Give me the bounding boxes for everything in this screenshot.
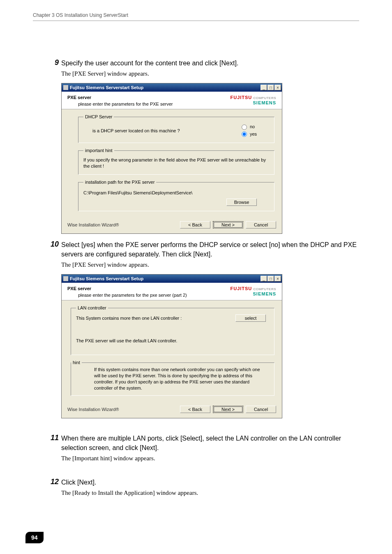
dhcp-question: is a DHCP server located on this machine…: [92, 128, 180, 133]
dhcp-server-group: DHCP Server is a DHCP server located on …: [78, 114, 274, 143]
step-11: 11 When there are multiple LAN ports, cl…: [61, 434, 359, 462]
screenshot-1: Fujitsu Siemens Serverstart Setup _ □ × …: [61, 83, 282, 234]
step-sub-12: The [Ready to Install the Application] w…: [61, 489, 359, 496]
screenshot-2: Fujitsu Siemens Serverstart Setup _ □ × …: [61, 274, 282, 418]
app-icon: [63, 276, 68, 281]
step-title-12: Click [Next].: [61, 478, 359, 487]
window-header: PXE server please enter the parameters f…: [62, 92, 282, 109]
back-button[interactable]: < Back: [180, 406, 210, 413]
app-icon: [63, 85, 68, 90]
important-hint-group: important hint If you specify the wrong …: [78, 148, 274, 175]
close-button[interactable]: ×: [274, 85, 281, 90]
step-title-9: Specify the user account for the content…: [61, 58, 359, 68]
step-number-10: 10: [43, 240, 59, 249]
next-button[interactable]: Next >: [213, 406, 243, 413]
cancel-button[interactable]: Cancel: [246, 406, 276, 413]
step-number-11: 11: [43, 434, 59, 442]
page-number: 94: [25, 532, 44, 543]
brand-logo: FUJITSU COMPUTERS SIEMENS: [230, 95, 276, 105]
step-title-10: Select [yes] when the PXE server perform…: [61, 240, 359, 259]
step-9: 9 Specify the user account for the conte…: [61, 58, 359, 234]
header-rule: [33, 21, 359, 21]
chapter-header: Chapter 3 OS Installation Using ServerSt…: [33, 12, 128, 18]
browse-button[interactable]: Browse: [226, 199, 257, 206]
lan-line-2: The PXE server will use the default LAN …: [76, 322, 269, 350]
hint-legend: important hint: [83, 148, 114, 153]
cancel-button[interactable]: Cancel: [246, 221, 276, 229]
window-header: PXE server please enter the parameters f…: [62, 283, 282, 300]
step-sub-9: The [PXE Server] window appears.: [61, 70, 359, 77]
window-pxe-server-1: Fujitsu Siemens Serverstart Setup _ □ × …: [61, 83, 282, 234]
dhcp-legend: DHCP Server: [83, 114, 114, 119]
window-title: Fujitsu Siemens Serverstart Setup: [63, 276, 143, 281]
wizard-label: Wise Installation Wizard®: [67, 407, 119, 412]
header-subtitle: please enter the parameters for the PXE …: [67, 100, 173, 106]
lan-line-1: This System contains more then one LAN c…: [76, 316, 182, 321]
install-path-text: C:\Program Files\Fujitsu Siemens\Deploym…: [83, 189, 269, 199]
close-button[interactable]: ×: [274, 276, 281, 282]
minimize-button[interactable]: _: [261, 85, 267, 90]
hint2-text: If this system contains more than one ne…: [71, 365, 274, 395]
step-number-12: 12: [43, 478, 59, 486]
step-sub-10: The [PXE Server] window appears.: [61, 261, 359, 268]
hint2-legend: hint: [71, 360, 82, 365]
lan-legend: LAN controller: [76, 305, 108, 310]
brand-logo: FUJITSU COMPUTERS SIEMENS: [230, 286, 276, 296]
step-10: 10 Select [yes] when the PXE server perf…: [61, 240, 359, 418]
back-button[interactable]: < Back: [180, 221, 210, 229]
hint-group: hint If this system contains more than o…: [71, 360, 274, 395]
window-pxe-server-2: Fujitsu Siemens Serverstart Setup _ □ × …: [61, 274, 282, 418]
radio-yes[interactable]: yes: [242, 131, 257, 138]
minimize-button[interactable]: _: [261, 276, 267, 282]
radio-no[interactable]: no: [242, 123, 257, 131]
maximize-button[interactable]: □: [267, 85, 274, 90]
header-title: PXE server: [67, 95, 173, 100]
step-12: 12 Click [Next]. The [Ready to Install t…: [61, 478, 359, 496]
install-legend: installation path for the PXE server: [83, 180, 156, 185]
lan-controller-group: LAN controller This System contains more…: [71, 305, 274, 355]
install-path-group: installation path for the PXE server C:\…: [78, 180, 274, 211]
header-title: PXE server: [67, 286, 187, 291]
step-sub-11: The [Important hint] window appears.: [61, 455, 359, 462]
titlebar: Fujitsu Siemens Serverstart Setup _ □ ×: [62, 275, 282, 283]
hint-text: If you specify the wrong parameter in th…: [83, 157, 269, 169]
wizard-label: Wise Installation Wizard®: [67, 222, 119, 227]
next-button[interactable]: Next >: [213, 221, 243, 229]
maximize-button[interactable]: □: [267, 276, 274, 282]
step-number-9: 9: [47, 58, 59, 67]
select-button[interactable]: select: [235, 314, 266, 322]
header-subtitle: please enter the parameters for the pxe …: [67, 291, 187, 298]
titlebar: Fujitsu Siemens Serverstart Setup _ □ ×: [62, 83, 282, 92]
step-title-11: When there are multiple LAN ports, click…: [61, 434, 359, 452]
window-title: Fujitsu Siemens Serverstart Setup: [63, 85, 143, 90]
